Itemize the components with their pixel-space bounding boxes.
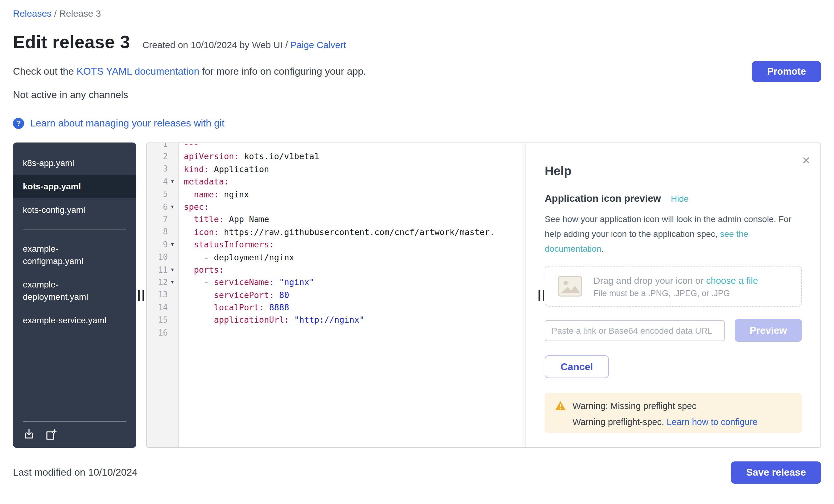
editor-help-container: 1234▾56▾789▾1011▾12▾13141516 ---apiVersi…	[146, 143, 821, 448]
file-item-example-service-yaml[interactable]: example-service.yaml	[13, 308, 136, 332]
editor-code[interactable]: ---apiVersion: kots.io/v1beta1kind: Appl…	[179, 143, 526, 447]
help-description-period: .	[601, 244, 604, 254]
gutter-line: 5	[147, 188, 178, 200]
code-line: spec:	[184, 200, 526, 213]
save-release-button[interactable]: Save release	[731, 461, 821, 484]
file-label: k8s-app.yaml	[23, 157, 74, 169]
help-description-text: See how your application icon will look …	[545, 214, 791, 239]
yaml-editor[interactable]: 1234▾56▾789▾1011▾12▾13141516 ---apiVersi…	[147, 143, 526, 447]
code-line: - deployment/nginx	[184, 251, 526, 263]
edit-release-page: Releases / Release 3 Edit release 3 Crea…	[0, 8, 834, 504]
footer: Last modified on 10/10/2024 Save release	[13, 461, 821, 484]
title-row: Edit release 3 Created on 10/10/2024 by …	[13, 32, 821, 52]
code-line: servicePort: 80	[184, 288, 526, 301]
file-label: kots-app.yaml	[23, 180, 81, 193]
gutter-line: 2	[147, 150, 178, 163]
editor-gutter: 1234▾56▾789▾1011▾12▾13141516	[147, 143, 179, 447]
breadcrumb-link-releases[interactable]: Releases	[13, 8, 51, 19]
warning-detail: Warning preflight-spec. Learn how to con…	[572, 417, 792, 427]
breadcrumb-current: Release 3	[59, 8, 101, 19]
file-list-bottom: example-configmap.yamlexample-deployment…	[13, 237, 136, 332]
import-file-icon[interactable]	[23, 428, 35, 440]
icon-url-row: Preview	[545, 319, 802, 342]
page-title: Edit release 3	[13, 32, 130, 52]
configure-link[interactable]: Learn how to configure	[666, 417, 758, 427]
preview-button[interactable]: Preview	[735, 319, 802, 342]
code-line: localPort: 8888	[184, 301, 526, 314]
file-item-kots-app-yaml[interactable]: kots-app.yaml	[13, 175, 136, 198]
warning-icon	[554, 400, 566, 411]
dropzone-hint: File must be a .PNG, .JPEG, or .JPG	[593, 288, 758, 298]
created-info: Created on 10/10/2024 by Web UI / Paige …	[142, 40, 346, 50]
help-circle-icon: ?	[13, 118, 24, 129]
warning-title-row: Warning: Missing preflight spec	[554, 400, 792, 411]
fold-arrow-icon[interactable]: ▾	[168, 266, 177, 273]
doc-info: Check out the KOTS YAML documentation fo…	[13, 66, 366, 77]
code-line	[184, 326, 526, 339]
git-help-row: ? Learn about managing your releases wit…	[13, 118, 821, 129]
icon-url-input[interactable]	[545, 320, 725, 341]
help-panel: ✕ Help Application icon preview Hide See…	[526, 143, 820, 447]
new-file-icon[interactable]	[45, 428, 57, 440]
file-item-example-configmap-yaml[interactable]: example-configmap.yaml	[13, 237, 136, 273]
fold-arrow-icon[interactable]: ▾	[168, 242, 177, 248]
warning-detail-text: Warning preflight-spec.	[572, 417, 666, 427]
fold-arrow-icon[interactable]: ▾	[168, 203, 177, 210]
icon-dropzone[interactable]: Drag and drop your icon or choose a file…	[545, 266, 802, 307]
release-editor-area: k8s-app.yamlkots-app.yamlkots-config.yam…	[13, 143, 821, 448]
editor-code-lines: ---apiVersion: kots.io/v1beta1kind: Appl…	[184, 143, 526, 339]
help-resize-handle[interactable]	[539, 290, 544, 301]
doc-text-after: for more info on configuring your app.	[199, 66, 366, 76]
cancel-button[interactable]: Cancel	[545, 355, 609, 378]
close-icon[interactable]: ✕	[802, 155, 811, 166]
gutter-line: 16	[147, 326, 178, 339]
gutter-line: 1	[147, 143, 178, 150]
created-text: Created on 10/10/2024 by Web UI /	[142, 40, 290, 50]
warning-title: Warning: Missing preflight spec	[572, 401, 697, 411]
sidebar-footer	[23, 421, 127, 448]
code-line: - serviceName: "nginx"	[184, 276, 526, 289]
file-list-top: k8s-app.yamlkots-app.yamlkots-config.yam…	[13, 151, 136, 221]
file-item-kots-config-yaml[interactable]: kots-config.yaml	[13, 198, 136, 221]
gutter-line: 11▾	[147, 263, 178, 276]
doc-text-before: Check out the	[13, 66, 76, 76]
channel-status: Not active in any channels	[13, 89, 821, 101]
gutter-line: 6▾	[147, 200, 178, 213]
choose-file-link[interactable]: choose a file	[706, 275, 758, 285]
breadcrumb: Releases / Release 3	[13, 8, 821, 19]
gutter-line: 14	[147, 301, 178, 314]
gutter-line: 9▾	[147, 238, 178, 251]
code-line: ---	[184, 143, 526, 150]
dropzone-instruction: Drag and drop your icon or choose a file	[593, 275, 758, 285]
code-line: name: nginx	[184, 188, 526, 200]
code-line: kind: Application	[184, 163, 526, 176]
file-item-k8s-app-yaml[interactable]: k8s-app.yaml	[13, 151, 136, 175]
sidebar-resize-handle[interactable]	[138, 290, 144, 301]
promote-button[interactable]: Promote	[752, 61, 821, 82]
image-placeholder-icon	[558, 276, 582, 297]
fold-arrow-icon[interactable]: ▾	[168, 279, 177, 285]
gutter-line: 13	[147, 288, 178, 301]
kots-doc-link[interactable]: KOTS YAML documentation	[76, 66, 199, 76]
git-help-link[interactable]: Learn about managing your releases with …	[30, 118, 224, 129]
file-item-example-deployment-yaml[interactable]: example-deployment.yaml	[13, 273, 136, 308]
sidebar-divider	[23, 229, 127, 229]
gutter-line: 12▾	[147, 276, 178, 289]
author-link[interactable]: Paige Calvert	[290, 40, 346, 50]
breadcrumb-separator: /	[51, 8, 59, 19]
code-line: apiVersion: kots.io/v1beta1	[184, 150, 526, 163]
gutter-line: 7	[147, 213, 178, 226]
gutter-line: 8	[147, 225, 178, 238]
file-sidebar: k8s-app.yamlkots-app.yamlkots-config.yam…	[13, 143, 136, 448]
dropzone-instruction-text: Drag and drop your icon or	[593, 275, 706, 285]
fold-arrow-icon[interactable]: ▾	[168, 179, 177, 185]
dropzone-text: Drag and drop your icon or choose a file…	[593, 275, 758, 298]
last-modified: Last modified on 10/10/2024	[13, 467, 137, 478]
editor-gutter-lines: 1234▾56▾789▾1011▾12▾13141516	[147, 143, 178, 339]
code-line: ports:	[184, 263, 526, 276]
code-line: metadata:	[184, 175, 526, 188]
gutter-line: 10	[147, 251, 178, 263]
code-line: applicationUrl: "http://nginx"	[184, 314, 526, 326]
hide-link[interactable]: Hide	[671, 194, 689, 203]
file-label: example-configmap.yaml	[23, 242, 115, 267]
